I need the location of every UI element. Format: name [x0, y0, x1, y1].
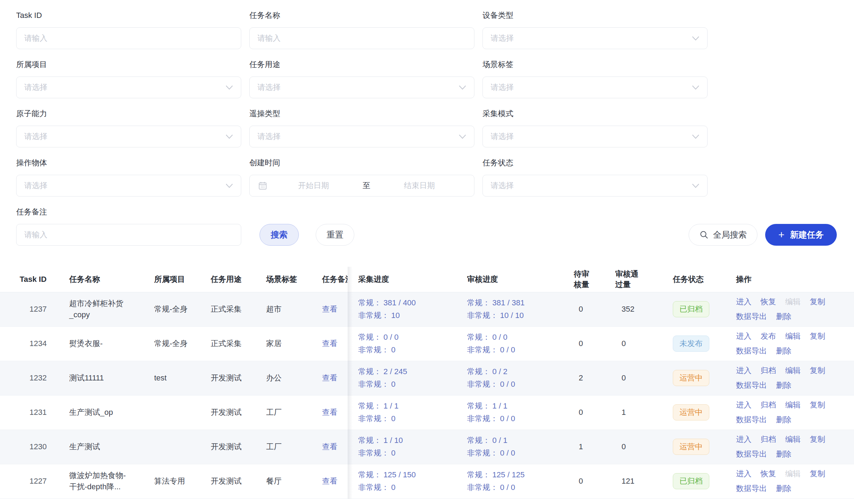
action-enter[interactable]: 进入: [736, 399, 751, 411]
teleop-type-label: 遥操类型: [249, 109, 474, 119]
project-select[interactable]: 请选择: [16, 77, 241, 98]
action-edit[interactable]: 编辑: [785, 468, 801, 480]
cell-project: 常规-全身: [132, 292, 189, 326]
filter-form: Task ID 任务名称 设备类型 请选择 所属项目 请选择 任务用途 请选择 …: [0, 0, 854, 197]
end-date-placeholder[interactable]: 结束日期: [373, 180, 466, 191]
action-export[interactable]: 数据导出: [736, 311, 767, 323]
start-date-placeholder[interactable]: 开始日期: [267, 180, 360, 191]
filter-field-collect-mode: 采集模式 请选择: [482, 109, 708, 147]
table-row: 1234 熨烫衣服- 常规-全身 正式采集 家居 查看 常规： 0 / 0非常规…: [0, 326, 854, 361]
action-delete[interactable]: 删除: [776, 414, 791, 426]
collect-mode-select[interactable]: 请选择: [482, 126, 708, 147]
action-edit[interactable]: 编辑: [785, 433, 801, 445]
action-export[interactable]: 数据导出: [736, 448, 767, 460]
action-enter[interactable]: 进入: [736, 468, 751, 480]
view-remark-link[interactable]: 查看: [322, 442, 337, 451]
search-button[interactable]: 搜索: [260, 224, 299, 246]
col-review: 审核进度: [466, 267, 573, 292]
cell-purpose: 正式采集: [189, 292, 245, 326]
table-row: 1232 测试11111 test 开发测试 办公 查看 常规： 2 / 245…: [0, 361, 854, 395]
cell-task-id: 1230: [0, 430, 47, 464]
global-search-button[interactable]: 全局搜索: [689, 224, 757, 246]
action-copy[interactable]: 复制: [810, 330, 825, 342]
date-separator: 至: [360, 180, 373, 191]
reset-button[interactable]: 重置: [316, 224, 354, 246]
cell-project: [132, 395, 189, 430]
action-copy[interactable]: 复制: [810, 365, 825, 377]
device-type-select[interactable]: 请选择: [482, 27, 708, 49]
col-task-id: Task ID: [0, 267, 47, 292]
new-task-button[interactable]: + 新建任务: [765, 224, 837, 246]
teleop-type-select[interactable]: 请选择: [249, 126, 474, 147]
action-edit[interactable]: 编辑: [785, 399, 801, 411]
action-copy[interactable]: 复制: [810, 468, 825, 480]
operate-object-select[interactable]: 请选择: [16, 175, 241, 197]
review-progress: 常规： 0 / 1非常规： 0 / 0: [467, 434, 573, 459]
filter-field-task-id: Task ID: [16, 11, 241, 49]
cell-passed: 0: [615, 361, 672, 395]
action-delete[interactable]: 删除: [776, 379, 791, 391]
action-export[interactable]: 数据导出: [736, 379, 767, 391]
cell-scene: 办公: [245, 361, 300, 395]
view-remark-link[interactable]: 查看: [322, 477, 337, 485]
action-edit[interactable]: 编辑: [785, 296, 801, 308]
task-name-input[interactable]: [249, 27, 474, 49]
action-copy[interactable]: 复制: [810, 399, 825, 411]
table-header-row: Task ID 任务名称 所属项目 任务用途 场景标签 任务备注 采集进度 审核…: [0, 267, 854, 292]
purpose-select[interactable]: 请选择: [249, 77, 474, 98]
view-remark-link[interactable]: 查看: [322, 408, 337, 417]
plus-icon: +: [778, 230, 784, 240]
action-delete[interactable]: 删除: [776, 345, 791, 357]
action-archive[interactable]: 归档: [761, 399, 776, 411]
chevron-down-icon: [692, 36, 699, 41]
review-progress: 常规： 125 / 125非常规： 0 / 0: [467, 469, 573, 494]
cell-pending: 1: [573, 430, 615, 464]
atomic-ability-select[interactable]: 请选择: [16, 126, 241, 147]
cell-project: 算法专用: [132, 464, 189, 498]
cell-project: test: [132, 361, 189, 395]
action-edit[interactable]: 编辑: [785, 365, 801, 377]
project-label: 所属项目: [16, 60, 241, 69]
collect-progress: 常规： 125 / 150非常规： 0: [358, 469, 466, 494]
action-export[interactable]: 数据导出: [736, 345, 767, 357]
task-remark-input[interactable]: [16, 224, 241, 246]
action-enter[interactable]: 进入: [736, 330, 751, 342]
cell-scene: 工厂: [245, 395, 300, 430]
action-archive[interactable]: 归档: [761, 365, 776, 377]
action-delete[interactable]: 删除: [776, 483, 791, 495]
view-remark-link[interactable]: 查看: [322, 305, 337, 313]
action-restore[interactable]: 恢复: [761, 468, 776, 480]
action-delete[interactable]: 删除: [776, 448, 791, 460]
status-badge: 已归档: [673, 301, 709, 317]
action-export[interactable]: 数据导出: [736, 414, 767, 426]
view-remark-link[interactable]: 查看: [322, 373, 337, 382]
action-delete[interactable]: 删除: [776, 311, 791, 323]
action-enter[interactable]: 进入: [736, 365, 751, 377]
action-copy[interactable]: 复制: [810, 433, 825, 445]
action-restore[interactable]: 恢复: [761, 296, 776, 308]
action-publish[interactable]: 发布: [761, 330, 776, 342]
filter-field-task-name: 任务名称: [249, 11, 474, 49]
task-status-select[interactable]: 请选择: [482, 175, 708, 197]
collect-progress: 常规： 2 / 245非常规： 0: [358, 365, 466, 391]
scene-tag-select[interactable]: 请选择: [482, 77, 708, 98]
row-actions: 进入 归档 编辑 复制 数据导出 删除: [736, 399, 839, 426]
task-remark-label: 任务备注: [16, 207, 241, 217]
filter-field-task-status: 任务状态 请选择: [482, 158, 708, 197]
cell-name: 熨烫衣服-: [47, 326, 132, 361]
filter-field-atomic-ability: 原子能力 请选择: [16, 109, 241, 147]
cell-task-id: 1237: [0, 292, 47, 326]
action-enter[interactable]: 进入: [736, 296, 751, 308]
view-remark-link[interactable]: 查看: [322, 339, 337, 348]
task-status-label: 任务状态: [482, 158, 708, 168]
action-archive[interactable]: 归档: [761, 433, 776, 445]
cell-task-id: 1232: [0, 361, 47, 395]
action-export[interactable]: 数据导出: [736, 483, 767, 495]
table-row: 1227 微波炉加热食物-干扰-depth降... 算法专用 开发测试 餐厅 查…: [0, 464, 854, 498]
col-pending: 待审核量: [573, 267, 615, 292]
create-time-range-picker[interactable]: 开始日期 至 结束日期: [249, 175, 474, 197]
action-enter[interactable]: 进入: [736, 433, 751, 445]
action-copy[interactable]: 复制: [810, 296, 825, 308]
task-id-input[interactable]: [16, 27, 241, 49]
action-edit[interactable]: 编辑: [785, 330, 801, 342]
